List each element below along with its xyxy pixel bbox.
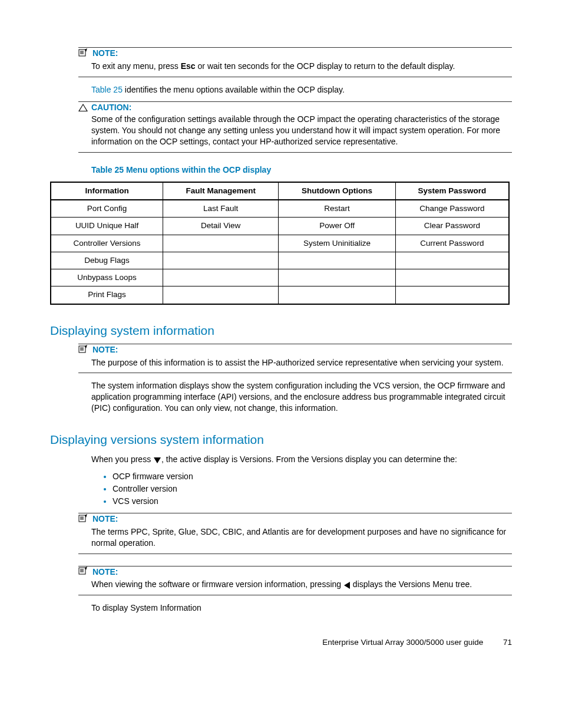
section-heading-versions: Displaying versions system information	[50, 431, 512, 448]
table-cell: Power Off	[279, 218, 395, 235]
table-cell: Unbypass Loops	[51, 269, 163, 286]
text: or wait ten seconds for the OCP display …	[196, 61, 455, 71]
col-header: Shutdown Options	[279, 182, 395, 200]
system-info-paragraph: The system information displays show the…	[91, 380, 512, 414]
note-block: NOTE: The purpose of this information is…	[78, 344, 512, 374]
note-body: The terms PPC, Sprite, Glue, SDC, CBIC, …	[91, 526, 512, 549]
text: , the active display is Versions. From t…	[161, 454, 457, 464]
table-title: Table 25 Menu options within the OCP dis…	[91, 164, 512, 176]
note-block: NOTE: When viewing the software or firmw…	[78, 566, 512, 596]
list-item: VCS version	[113, 496, 512, 507]
note-label: NOTE:	[92, 567, 118, 577]
note-icon	[78, 48, 88, 60]
table-cell: Detail View	[163, 218, 279, 235]
note-icon	[78, 566, 88, 578]
table-cell	[395, 286, 509, 304]
table-cell: Debug Flags	[51, 252, 163, 269]
ocp-table: Information Fault Management Shutdown Op…	[50, 182, 510, 305]
table-row: Port ConfigLast FaultRestartChange Passw…	[51, 200, 509, 218]
col-header: System Password	[395, 182, 509, 200]
table-cell: Current Password	[395, 235, 509, 252]
table-cell	[279, 252, 395, 269]
section-heading-system-info: Displaying system information	[50, 322, 512, 339]
table-cell	[279, 286, 395, 304]
note-label: NOTE:	[92, 514, 118, 523]
table-cell	[395, 252, 509, 269]
table-row: Print Flags	[51, 286, 509, 304]
caution-body: Some of the configuration settings avail…	[91, 114, 512, 147]
table-cell: Restart	[279, 200, 395, 218]
note-icon	[78, 345, 88, 356]
list-item: OCP firmware version	[113, 471, 512, 482]
table-cell: Clear Password	[395, 218, 509, 235]
page-footer: Enterprise Virtual Array 3000/5000 user …	[50, 637, 512, 648]
caution-block: CAUTION: Some of the configuration setti…	[78, 101, 512, 153]
table-cell: Change Password	[395, 200, 509, 218]
text: To exit any menu, press	[91, 61, 181, 71]
note-body: To exit any menu, press Esc or wait ten …	[91, 61, 512, 72]
table-row: Unbypass Loops	[51, 269, 509, 286]
versions-intro: When you press , the active display is V…	[91, 454, 512, 465]
table-cell: UUID Unique Half	[51, 218, 163, 235]
col-header: Fault Management	[163, 182, 279, 200]
table-cell	[279, 269, 395, 286]
note-label: NOTE:	[92, 345, 118, 354]
col-header: Information	[51, 182, 163, 200]
table-row: Controller VersionsSystem UninitializeCu…	[51, 235, 509, 252]
table-cell	[395, 269, 509, 286]
table-header-row: Information Fault Management Shutdown Op…	[51, 182, 509, 200]
text: When you press	[91, 454, 153, 464]
text: identifies the menu options available wi…	[123, 85, 345, 94]
caution-label: CAUTION:	[91, 103, 131, 112]
versions-list: OCP firmware version Controller version …	[103, 471, 512, 507]
closing-line: To display System Information	[91, 602, 512, 614]
table-cell: Last Fault	[163, 200, 279, 218]
text: displays the Versions Menu tree.	[351, 579, 472, 589]
reference-paragraph: Table 25 identifies the menu options ava…	[91, 84, 512, 95]
table-link[interactable]: Table 25	[91, 85, 123, 94]
down-arrow-icon	[154, 457, 161, 463]
table-cell: Print Flags	[51, 286, 163, 304]
table-cell: Port Config	[51, 200, 163, 218]
note-block: NOTE: To exit any menu, press Esc or wai…	[78, 47, 512, 77]
table-cell: Controller Versions	[51, 235, 163, 252]
note-block: NOTE: The terms PPC, Sprite, Glue, SDC, …	[78, 513, 512, 554]
table-cell	[163, 269, 279, 286]
text: When viewing the software or firmware ve…	[91, 579, 343, 589]
note-icon	[78, 514, 88, 525]
caution-icon	[78, 104, 88, 111]
table-row: Debug Flags	[51, 252, 509, 269]
table-row: UUID Unique HalfDetail ViewPower OffClea…	[51, 218, 509, 235]
left-arrow-icon	[344, 582, 350, 589]
list-item: Controller version	[113, 483, 512, 495]
note-body: When viewing the software or firmware ve…	[91, 579, 512, 590]
table-cell: System Uninitialize	[279, 235, 395, 252]
table-cell	[163, 235, 279, 252]
page-number: 71	[503, 638, 512, 647]
table-cell	[163, 286, 279, 304]
table-cell	[163, 252, 279, 269]
note-label: NOTE:	[92, 48, 118, 58]
note-body: The purpose of this information is to as…	[91, 357, 512, 368]
esc-key: Esc	[181, 61, 196, 71]
footer-text: Enterprise Virtual Array 3000/5000 user …	[322, 638, 483, 647]
